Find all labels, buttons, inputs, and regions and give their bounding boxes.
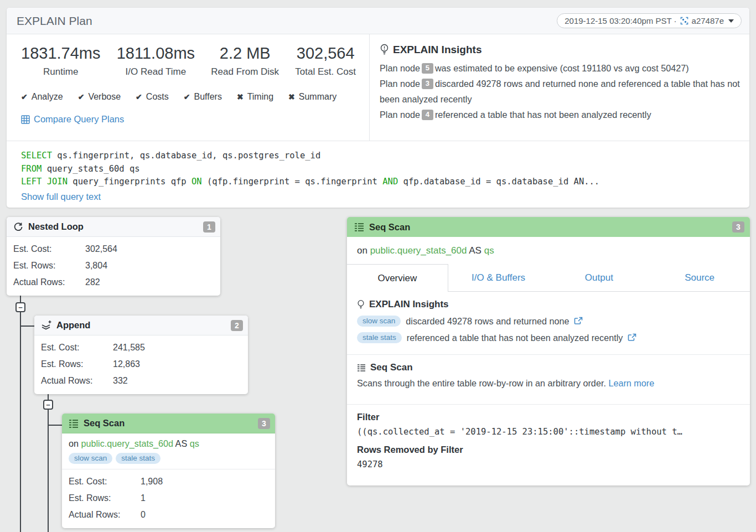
- detail-insight-item: stale stats referenced a table that has …: [357, 332, 740, 343]
- explain-plan-card: EXPLAIN Plan 2019-12-15 03:20:40pm PST ·…: [7, 8, 749, 208]
- chevron-down-icon: [728, 19, 734, 23]
- table-grid-icon: [21, 115, 30, 124]
- table-link[interactable]: public.query_stats_60d: [370, 245, 467, 256]
- show-full-query-link[interactable]: Show full query text: [21, 192, 101, 202]
- flag-timing: ✖Timing: [237, 92, 273, 102]
- snapshot-icon: [680, 17, 688, 25]
- node-stat-row: Est. Rows:3,804: [13, 257, 214, 274]
- flag-analyze: ✔Analyze: [21, 92, 63, 102]
- node-header: Seq Scan 3: [62, 414, 275, 433]
- node-number-badge: 3: [258, 418, 270, 429]
- tree-connector: [20, 326, 34, 327]
- insight-tag: stale stats: [357, 332, 402, 343]
- x-icon: ✖: [288, 92, 295, 101]
- insight-item: Plan node3discarded 49278 rows and retur…: [380, 76, 741, 107]
- page-title: EXPLAIN Plan: [17, 14, 92, 28]
- node-stat-row: Est. Cost:241,585: [41, 339, 241, 356]
- stat-total-est-cost: 302,564 Total Est. Cost: [295, 44, 356, 78]
- flag-verbose: ✔Verbose: [78, 92, 121, 102]
- insight-item: Plan node4referenced a table that has no…: [380, 107, 741, 122]
- node-table-info: on public.query_stats_60d AS qs slow sca…: [62, 433, 275, 469]
- detail-header: Seq Scan 3: [347, 217, 750, 237]
- card-header: EXPLAIN Plan 2019-12-15 03:20:40pm PST ·…: [7, 8, 749, 34]
- node-stat-row: Actual Rows:332: [41, 373, 241, 389]
- insight-tag: slow scan: [357, 316, 401, 327]
- rows-removed-value: 49278: [357, 459, 740, 469]
- flag-summary: ✖Summary: [288, 92, 336, 102]
- insight-tag: slow scan: [69, 453, 112, 464]
- node-header: Append 2: [34, 316, 248, 335]
- insight-item: Plan node5was estimated to be expensive …: [380, 60, 741, 76]
- lightbulb-icon: [380, 44, 389, 56]
- plan-node-append[interactable]: Append 2 Est. Cost:241,585 Est. Rows:12,…: [34, 316, 248, 394]
- stat-io-read-time: 1811.08ms I/O Read Time: [117, 44, 195, 78]
- snapshot-dropdown[interactable]: 2019-12-15 03:20:40pm PST · a27487e: [557, 13, 742, 28]
- node-stat-row: Est. Rows:1: [69, 490, 268, 507]
- snapshot-time: 2019-12-15 03:20:40pm PST ·: [565, 16, 676, 25]
- detail-insights-section: EXPLAIN Insights slow scan discarded 492…: [347, 292, 750, 355]
- collapse-node-button[interactable]: −: [15, 302, 25, 312]
- check-icon: ✔: [21, 92, 28, 101]
- explain-flags: ✔Analyze ✔Verbose ✔Costs ✔Buffers ✖Timin…: [21, 92, 356, 102]
- sql-line: SELECT qs.fingerprint, qs.database_id, q…: [21, 149, 735, 163]
- tab-source[interactable]: Source: [649, 264, 750, 292]
- sql-line: FROM query_stats_60d qs: [21, 163, 735, 176]
- tab-output[interactable]: Output: [549, 264, 650, 292]
- query-text-section: SELECT qs.fingerprint, qs.database_id, q…: [7, 141, 749, 202]
- plan-node-nested-loop[interactable]: Nested Loop 1 Est. Cost:302,564 Est. Row…: [7, 217, 220, 296]
- seq-scan-icon: [354, 223, 364, 231]
- node-type-help-section: Seq Scan Scans through the entire table …: [347, 355, 750, 405]
- detail-table-info: on public.query_stats_60d AS qs: [347, 237, 750, 264]
- node-title: Append: [56, 320, 90, 330]
- detail-tabs: Overview I/O & Buffers Output Source: [347, 264, 750, 292]
- insight-tag: stale stats: [116, 453, 160, 464]
- node-badge[interactable]: 4: [422, 110, 433, 120]
- x-icon: ✖: [237, 92, 244, 101]
- loop-icon: [13, 222, 23, 232]
- flag-costs: ✔Costs: [136, 92, 169, 102]
- seq-scan-icon: [357, 364, 366, 371]
- node-header: Nested Loop 1: [7, 217, 220, 237]
- node-stat-row: Actual Rows:282: [13, 274, 214, 291]
- node-number-badge: 1: [203, 221, 215, 233]
- node-number-badge: 2: [231, 320, 243, 331]
- filter-expression: ((qs.collected_at = '2019-12-15 23:15:00…: [357, 427, 740, 437]
- node-badge[interactable]: 3: [422, 79, 433, 89]
- stat-read-from-disk: 2.2 MB Read From Disk: [211, 44, 279, 78]
- collapse-node-button[interactable]: −: [43, 400, 53, 410]
- filter-section: Filter ((qs.collected_at = '2019-12-15 2…: [347, 405, 750, 485]
- lightbulb-icon: [357, 299, 365, 310]
- check-icon: ✔: [136, 92, 142, 101]
- compare-query-plans-link[interactable]: Compare Query Plans: [21, 114, 356, 125]
- seq-scan-icon: [69, 419, 79, 428]
- plan-stats: 1831.74ms Runtime 1811.08ms I/O Read Tim…: [7, 34, 369, 141]
- detail-insight-item: slow scan discarded 49278 rows and retur…: [357, 316, 740, 327]
- node-title: Nested Loop: [28, 221, 84, 232]
- tree-connector: [20, 312, 21, 532]
- node-title: Seq Scan: [84, 418, 125, 428]
- node-stat-row: Actual Rows:0: [69, 507, 268, 523]
- insights-title: EXPLAIN Insights: [380, 44, 741, 56]
- explain-insights-panel: EXPLAIN Insights Plan node5was estimated…: [369, 34, 749, 141]
- tree-connector: [48, 425, 62, 426]
- stat-runtime: 1831.74ms Runtime: [21, 44, 101, 78]
- node-number-badge: 3: [732, 221, 744, 233]
- snapshot-id: a27487e: [692, 16, 724, 25]
- alias-link[interactable]: qs: [190, 438, 199, 448]
- append-icon: [41, 320, 51, 330]
- learn-more-link[interactable]: Learn more: [608, 378, 654, 388]
- node-stat-row: Est. Cost:302,564: [13, 241, 214, 257]
- rows-removed-title: Rows Removed by Filter: [357, 445, 740, 455]
- tab-overview[interactable]: Overview: [347, 264, 448, 292]
- node-stat-row: Est. Rows:12,863: [41, 356, 241, 373]
- table-link[interactable]: public.query_stats_60d: [81, 438, 173, 448]
- alias-link[interactable]: qs: [484, 245, 494, 256]
- sql-line: LEFT JOIN query_fingerprints qfp ON (qfp…: [21, 175, 735, 189]
- external-link-icon[interactable]: [628, 333, 636, 342]
- check-icon: ✔: [78, 92, 85, 101]
- tab-io-buffers[interactable]: I/O & Buffers: [448, 264, 549, 292]
- plan-node-seq-scan[interactable]: Seq Scan 3 on public.query_stats_60d AS …: [62, 414, 275, 528]
- filter-title: Filter: [357, 412, 740, 422]
- external-link-icon[interactable]: [574, 317, 583, 326]
- node-badge[interactable]: 5: [422, 63, 433, 74]
